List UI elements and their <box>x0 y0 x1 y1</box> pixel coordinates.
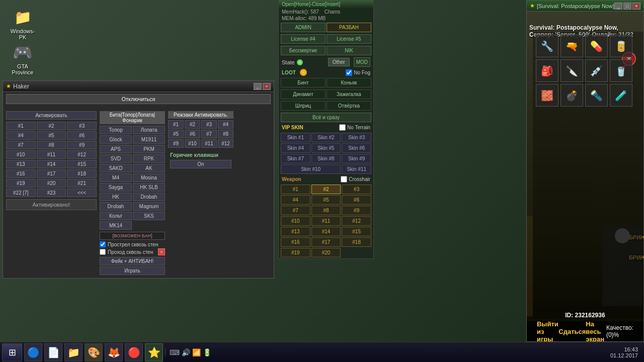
weapon-slot-19[interactable]: #19 <box>281 248 310 257</box>
slot-21[interactable]: #21 <box>67 179 97 188</box>
game-maximize-button[interactable]: □ <box>623 3 631 10</box>
weapon-sks[interactable]: SKS <box>133 212 165 220</box>
item-slot-4[interactable]: 🥫 <box>610 35 632 57</box>
weapon-rpk[interactable]: RPK <box>133 154 165 163</box>
mod-button[interactable]: MOD <box>354 57 370 67</box>
weapon-slot-6[interactable]: #6 <box>342 195 371 205</box>
weapon-slot-17[interactable]: #17 <box>311 237 341 247</box>
slot-15[interactable]: #15 <box>67 160 97 168</box>
taskbar-icon-6[interactable]: 🔴 <box>125 343 143 361</box>
weapon-pkm[interactable]: PKM <box>133 145 165 153</box>
weapon-topor[interactable]: Топор <box>100 126 132 134</box>
slot-16[interactable]: #16 <box>6 169 36 178</box>
skin-2-button[interactable]: Skin #2 <box>311 133 341 142</box>
slot-3[interactable]: #3 <box>67 122 97 130</box>
weapon-slot-7[interactable]: #7 <box>281 206 310 215</box>
slot-4[interactable]: #4 <box>6 131 36 140</box>
game-close-button[interactable]: × <box>632 3 640 10</box>
slot-20[interactable]: #20 <box>37 179 66 188</box>
exit-game-button[interactable]: Выйти из игры <box>537 320 558 342</box>
item-slot-2[interactable]: 🔫 <box>560 35 583 57</box>
weapon-magnum[interactable]: Magnum <box>133 202 165 211</box>
wall-shoot-checkbox[interactable] <box>100 241 106 247</box>
pack-8[interactable]: #8 <box>218 130 233 138</box>
otvertka-button[interactable]: Отвёртка <box>327 101 371 111</box>
no-terrain-checkbox[interactable] <box>339 124 346 131</box>
item-slot-3[interactable]: 💊 <box>585 35 608 57</box>
pack-2[interactable]: #2 <box>185 120 200 129</box>
item-slot-6[interactable]: 🔪 <box>560 59 583 82</box>
weapon-slot-8[interactable]: #8 <box>311 206 341 215</box>
pack-5[interactable]: #5 <box>168 130 184 138</box>
slot-2[interactable]: #2 <box>37 122 66 130</box>
weapon-sayga[interactable]: Sayga <box>100 183 132 192</box>
weapon-m1911[interactable]: M1911 <box>133 135 165 144</box>
weapon-svd[interactable]: SVD <box>100 154 132 163</box>
skin-1-button[interactable]: Skin #1 <box>281 133 310 142</box>
taskbar-icon-7[interactable]: ⭐ <box>145 343 163 361</box>
weapon-slot-13[interactable]: #13 <box>281 227 310 236</box>
pack-7[interactable]: #7 <box>201 130 217 138</box>
slot-22[interactable]: #22 [7] <box>6 189 36 197</box>
slot-8[interactable]: #8 <box>37 141 66 149</box>
item-slot-9[interactable]: 🧱 <box>536 84 558 107</box>
play-button[interactable]: Играть <box>100 266 165 275</box>
shprits-button[interactable]: Шприц <box>281 101 326 111</box>
slot-7[interactable]: #7 <box>6 141 36 149</box>
weapon-slot-16[interactable]: #16 <box>281 237 310 247</box>
skin-3-button[interactable]: Skin #3 <box>342 133 371 142</box>
activate-button[interactable]: Активировать <box>6 111 97 120</box>
slot-12[interactable]: #12 <box>67 150 97 159</box>
item-slot-10[interactable]: 💣 <box>560 84 583 107</box>
slot-back[interactable]: <<< <box>67 189 97 197</box>
weapon-slot-10[interactable]: #10 <box>281 216 310 226</box>
weapon-slot-1[interactable]: #1 <box>281 185 310 194</box>
dinamit-button[interactable]: Динамит <box>281 89 326 99</box>
slot-13[interactable]: #13 <box>6 160 36 168</box>
weapon-sakd[interactable]: SAKD <box>100 164 132 172</box>
slot-19[interactable]: #19 <box>6 179 36 188</box>
weapon-lopata[interactable]: Лопата <box>133 126 165 134</box>
taskbar-icon-2[interactable]: 📄 <box>44 343 62 361</box>
weapon-slot-3[interactable]: #3 <box>342 185 371 194</box>
start-button[interactable]: ⊞ <box>2 343 22 361</box>
weapon-slot-15[interactable]: #15 <box>342 227 371 236</box>
taskbar-icon-1[interactable]: 🔵 <box>24 343 42 361</box>
slot-6[interactable]: #6 <box>67 131 97 140</box>
weapon-hk-slb[interactable]: HK SLB <box>133 183 165 192</box>
weapon-ak[interactable]: AK <box>133 164 165 172</box>
admin-button[interactable]: ADMIN <box>281 23 326 32</box>
skin-9-button[interactable]: Skin #9 <box>342 154 371 163</box>
item-slot-8[interactable]: 🥤 <box>610 59 632 82</box>
item-slot-12[interactable]: 🧪 <box>610 84 632 107</box>
weapon-slot-9[interactable]: #9 <box>342 206 371 215</box>
weapon-mosina[interactable]: Mosina <box>133 173 165 182</box>
skin-5-button[interactable]: Skin #5 <box>311 143 341 153</box>
weapon-slot-11[interactable]: #11 <box>311 216 341 226</box>
game-minimize-button[interactable]: _ <box>614 3 622 10</box>
battery-icon[interactable]: 🔋 <box>203 348 211 356</box>
item-slot-1[interactable]: 🔧 <box>536 35 558 57</box>
skin-6-button[interactable]: Skin #6 <box>342 143 371 153</box>
weapon-slot-2[interactable]: #2 <box>311 185 341 194</box>
hacker-minimize-button[interactable]: _ <box>254 83 262 90</box>
antiban-button[interactable]: Фейк + АНТИБАН! <box>100 257 165 265</box>
slot-5[interactable]: #5 <box>37 131 66 140</box>
zazhigalka-button[interactable]: Зажигалка <box>327 89 371 99</box>
weapon-slot-12[interactable]: #12 <box>342 216 371 226</box>
no-fog-checkbox[interactable] <box>346 69 352 76</box>
pack-9[interactable]: #9 <box>168 139 184 148</box>
weapon-slot-18[interactable]: #18 <box>342 237 371 247</box>
slot-10[interactable]: #10 <box>6 150 36 159</box>
pack-10[interactable]: #10 <box>185 139 200 148</box>
slot-18[interactable]: #18 <box>67 169 97 178</box>
network-icon[interactable]: 📶 <box>192 348 201 356</box>
weapon-slot-20[interactable]: #20 <box>311 248 341 257</box>
weapon-glock[interactable]: Glock <box>100 135 132 144</box>
weapon-slot-14[interactable]: #14 <box>311 227 341 236</box>
pack-12[interactable]: #12 <box>218 139 233 148</box>
slot-14[interactable]: #14 <box>37 160 66 168</box>
weapon-m4[interactable]: M4 <box>100 173 132 182</box>
license4-button[interactable]: License #4 <box>281 34 326 44</box>
item-slot-7[interactable]: 💉 <box>585 59 608 82</box>
